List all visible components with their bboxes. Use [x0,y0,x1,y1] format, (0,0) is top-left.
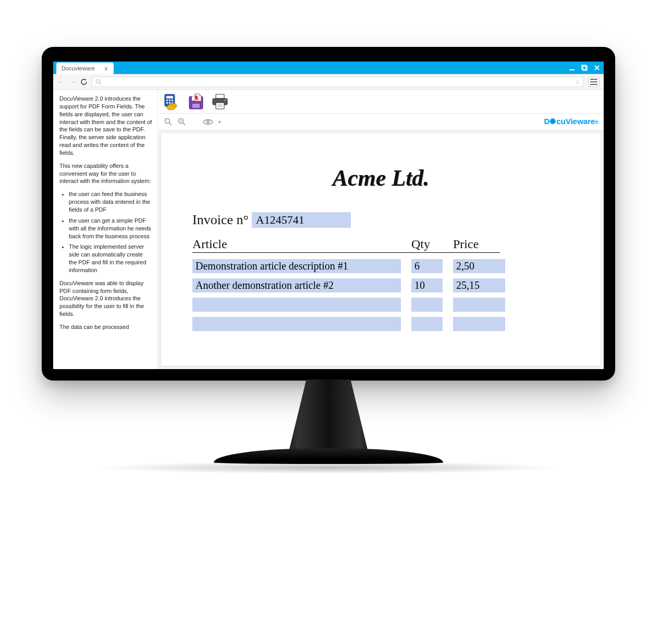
pdf-page: Acme Ltd. Invoice n° A1245741 Article Qt… [161,133,601,366]
table-row [192,317,569,331]
zoom-out-icon[interactable] [178,118,186,126]
svg-rect-10 [166,102,168,104]
document-surface[interactable]: Acme Ltd. Invoice n° A1245741 Article Qt… [158,130,604,369]
reload-button[interactable] [80,78,88,85]
sidebar-paragraph: The data can be processed [59,323,152,331]
calculate-button[interactable] [163,93,181,111]
table-row [192,298,569,312]
zoom-in-icon[interactable] [164,118,173,126]
svg-rect-18 [216,94,224,99]
price-field[interactable]: 25,15 [453,278,505,292]
sidebar-paragraph: DocuVieware 2.0 introduces the support f… [59,95,152,157]
print-button[interactable] [211,93,229,111]
svg-point-29 [207,120,210,123]
price-field[interactable] [453,298,505,312]
svg-rect-9 [172,100,173,101]
monitor-frame: Docuvieware x ← → [42,47,615,381]
qty-field[interactable] [411,298,443,312]
table-row: Demonstration article description #1 6 2… [192,259,569,273]
svg-rect-6 [166,96,173,99]
sidebar-paragraph: DocuVieware was able to display PDF cont… [59,279,152,318]
minimize-button[interactable] [568,64,576,71]
sidebar-bullets: the user can feed the business process w… [69,190,152,274]
viewer-brand: D✺cuVieware® [544,117,598,126]
invoice-label: Invoice n° [192,212,249,228]
monitor-shadow [94,461,563,474]
svg-point-24 [165,118,170,123]
svg-rect-17 [192,104,200,108]
svg-rect-1 [582,65,586,69]
column-price: Price [453,237,500,251]
svg-rect-21 [216,103,224,109]
svg-line-4 [100,83,101,84]
svg-rect-2 [583,66,587,70]
menu-button[interactable] [588,77,600,87]
company-name: Acme Ltd. [192,165,569,191]
qty-field[interactable]: 6 [411,259,443,273]
article-field[interactable] [192,298,401,312]
description-sidebar: DocuVieware 2.0 introduces the support f… [53,90,157,369]
monitor-stand [284,380,373,452]
qty-field[interactable]: 10 [411,278,443,292]
document-viewer: ▾ D✺cuVieware® Acme Ltd. Invoice n° A124… [157,90,604,369]
invoice-number-field[interactable]: A1245741 [252,212,351,228]
table-header: Article Qty Price [192,237,569,252]
svg-line-27 [183,123,185,125]
article-field[interactable]: Demonstration article description #1 [192,259,401,273]
tab-title: Docuvieware [62,65,95,71]
svg-point-3 [96,79,100,83]
visibility-icon[interactable] [203,118,213,126]
tab-close-button[interactable]: x [104,65,109,71]
browser-tab[interactable]: Docuvieware x [56,63,114,74]
column-qty: Qty [411,237,453,251]
table-body: Demonstration article description #1 6 2… [192,259,569,331]
sidebar-bullet: the user can get a simple PDF with all t… [69,217,152,240]
maximize-button[interactable] [581,64,588,71]
qty-field[interactable] [411,317,443,331]
browser-tab-strip: Docuvieware x [53,62,604,74]
article-field[interactable] [192,317,401,331]
sidebar-paragraph: This new capability offers a convenient … [59,162,152,186]
search-icon [95,79,102,85]
viewer-main-toolbar [158,90,604,114]
svg-rect-0 [569,69,575,70]
close-window-button[interactable] [593,64,601,71]
article-field[interactable]: Another demonstration article #2 [192,278,401,292]
svg-rect-7 [166,100,168,101]
window-controls [568,62,601,74]
forward-button[interactable]: → [69,78,76,86]
table-divider [192,252,500,253]
browser-toolbar: ← → ☆ [53,74,604,90]
back-button[interactable]: ← [57,78,65,86]
address-bar[interactable]: ☆ [92,77,584,87]
save-pdf-button[interactable] [187,93,205,111]
sidebar-bullet: the user can feed the business process w… [69,190,152,214]
viewer-sub-toolbar: ▾ D✺cuVieware® [158,114,604,130]
price-field[interactable]: 2,50 [453,259,505,273]
sidebar-bullet: The logic implemented server side can au… [69,243,152,274]
price-field[interactable] [453,317,505,331]
column-article: Article [192,237,411,251]
svg-line-25 [169,123,172,125]
bookmark-star-icon[interactable]: ☆ [575,78,580,85]
svg-point-14 [167,105,175,110]
svg-point-20 [225,99,226,101]
table-row: Another demonstration article #2 10 25,1… [192,278,569,292]
svg-rect-8 [169,100,170,101]
